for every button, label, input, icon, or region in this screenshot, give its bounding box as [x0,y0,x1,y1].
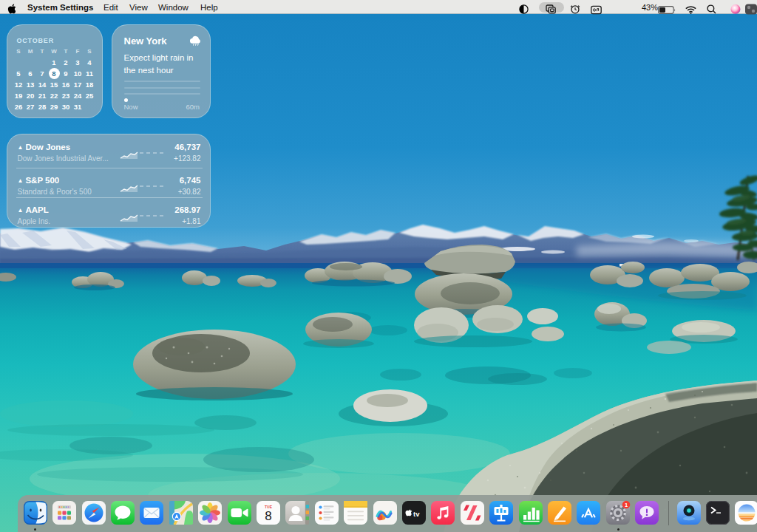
svg-text:8: 8 [265,509,271,523]
svg-text:1: 1 [625,502,628,508]
svg-text:tv: tv [413,510,420,518]
